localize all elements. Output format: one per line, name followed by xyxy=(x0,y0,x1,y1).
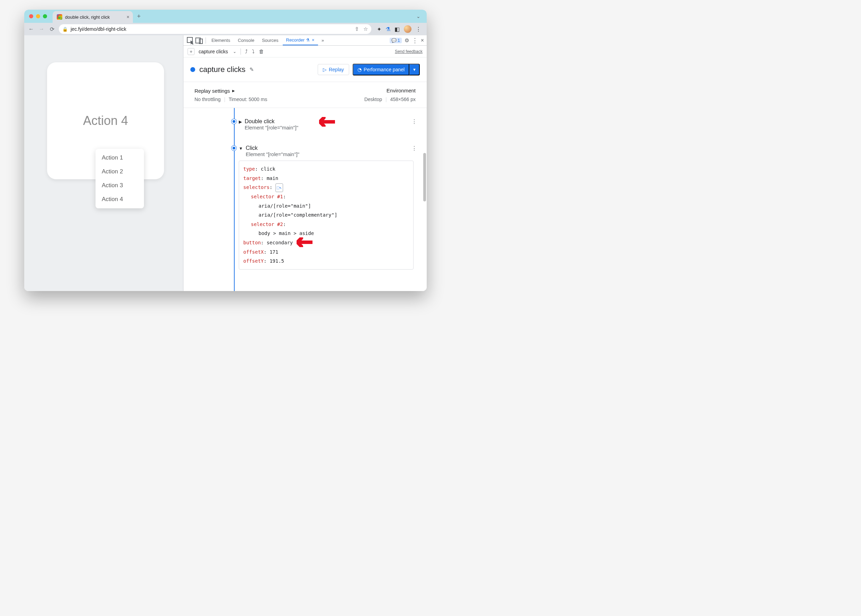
step-click[interactable]: ▼ Click Element "[role="main"]" ⋮ type: … xyxy=(239,142,422,272)
tab-recorder[interactable]: Recorder⚗ × xyxy=(283,35,318,46)
devtools-close-icon[interactable]: × xyxy=(421,38,424,44)
panel-icon[interactable]: ◧ xyxy=(394,26,400,33)
annotation-arrow-icon xyxy=(319,117,335,127)
content-area: Action 4 Action 1 Action 2 Action 3 Acti… xyxy=(24,35,427,291)
scrollbar[interactable] xyxy=(423,153,426,201)
traffic-lights xyxy=(29,14,47,18)
new-recording-button[interactable]: + xyxy=(188,48,195,55)
address-bar[interactable]: 🔒 jec.fyi/demo/dbl-right-click ⇧ ☆ xyxy=(59,24,371,34)
tabs-overflow-icon[interactable]: ⌄ xyxy=(416,14,422,19)
throttling-value: No throttling xyxy=(195,97,220,102)
favicon-icon: 🧩 xyxy=(57,14,62,20)
step-menu-icon[interactable]: ⋮ xyxy=(412,145,422,152)
step-name: Click xyxy=(246,145,299,151)
share-icon[interactable]: ⇧ xyxy=(355,26,359,32)
detail-offsety: offsetY: 191.5 xyxy=(243,256,409,266)
step-dot-icon xyxy=(233,147,235,149)
recording-title: capture clicks xyxy=(200,65,245,74)
inspect-icon[interactable] xyxy=(186,36,195,45)
detail-selector2: selector #2: xyxy=(243,220,409,229)
close-tab-icon[interactable]: × xyxy=(312,38,314,42)
recording-select-chevron[interactable]: ⌄ xyxy=(233,49,236,54)
collapse-icon[interactable]: ▼ xyxy=(239,146,243,151)
gauge-icon: ◔ xyxy=(357,67,361,72)
context-menu: Action 1 Action 2 Action 3 Action 4 xyxy=(96,149,144,208)
replay-button[interactable]: ▷ Replay xyxy=(318,64,349,75)
step-dot-icon xyxy=(233,120,235,123)
profile-avatar[interactable] xyxy=(404,25,412,33)
export-icon[interactable]: ⤴ xyxy=(245,49,248,54)
recording-select-label: capture clicks xyxy=(199,49,228,54)
tab-console[interactable]: Console xyxy=(234,35,258,46)
recorder-steps: ▶ Double click Element "[role="main"]" ⋮ xyxy=(184,108,427,291)
timeout-value: Timeout: 5000 ms xyxy=(229,97,267,102)
timeline-line xyxy=(234,108,235,291)
environment-label: Environment xyxy=(387,88,416,94)
more-tabs-icon[interactable]: » xyxy=(319,36,327,45)
play-icon: ▷ xyxy=(323,67,327,72)
delete-icon[interactable]: 🗑 xyxy=(259,49,264,54)
chat-icon: 💬 xyxy=(391,38,397,43)
menu-item-4[interactable]: Action 4 xyxy=(96,192,144,206)
maximize-window[interactable] xyxy=(43,14,47,18)
recording-indicator-icon xyxy=(190,67,195,72)
tab-title: double click, right click xyxy=(65,14,124,20)
import-icon[interactable]: ⤵ xyxy=(252,49,255,54)
tab-sources[interactable]: Sources xyxy=(259,35,282,46)
reload-button[interactable]: ⟳ xyxy=(49,26,55,33)
step-double-click[interactable]: ▶ Double click Element "[role="main"]" ⋮ xyxy=(239,116,422,133)
detail-selector1: selector #1: xyxy=(243,192,409,201)
detail-offsetx: offsetX: 171 xyxy=(243,247,409,257)
replay-settings-toggle[interactable]: Replay settings ▸ xyxy=(195,88,235,94)
expand-icon[interactable]: ▶ xyxy=(239,119,242,124)
issues-badge[interactable]: 💬1 xyxy=(390,38,402,43)
back-button[interactable]: ← xyxy=(28,26,35,32)
devtools-menu-icon[interactable]: ⋮ xyxy=(412,37,418,44)
bookmark-icon[interactable]: ☆ xyxy=(363,26,368,32)
step-element: Element "[role="main"]" xyxy=(246,151,299,157)
send-feedback-link[interactable]: Send feedback xyxy=(395,49,423,54)
device-toggle-icon[interactable] xyxy=(195,36,203,45)
devtools-panel: Elements Console Sources Recorder⚗ × » 💬… xyxy=(183,35,427,291)
device-value: Desktop xyxy=(365,97,382,102)
menu-item-1[interactable]: Action 1 xyxy=(96,151,144,165)
browser-menu-icon[interactable]: ⋮ xyxy=(416,26,421,33)
url-text: jec.fyi/demo/dbl-right-click xyxy=(71,26,126,32)
close-window[interactable] xyxy=(29,14,33,18)
edit-title-icon[interactable]: ✎ xyxy=(250,66,254,73)
chevron-right-icon: ▸ xyxy=(232,88,235,94)
selector-picker-icon[interactable]: ⬚↖ xyxy=(275,184,283,192)
detail-button: button: secondary xyxy=(243,238,409,247)
minimize-window[interactable] xyxy=(36,14,40,18)
menu-item-2[interactable]: Action 2 xyxy=(96,165,144,179)
performance-panel-button[interactable]: ◔ Performance panel xyxy=(353,64,409,75)
forward-button[interactable]: → xyxy=(38,26,45,32)
settings-icon[interactable]: ⚙ xyxy=(405,38,409,44)
tab-elements[interactable]: Elements xyxy=(208,35,234,46)
extensions-icon[interactable]: ✦ xyxy=(377,26,381,33)
step-name: Double click xyxy=(245,118,298,124)
rendered-page: Action 4 Action 1 Action 2 Action 3 Acti… xyxy=(24,35,183,291)
new-tab-button[interactable]: + xyxy=(137,13,141,20)
recorder-settings: Replay settings ▸ Environment No throttl… xyxy=(184,82,427,108)
browser-tab[interactable]: 🧩 double click, right click × xyxy=(53,11,133,23)
extensions: ✦ ⚗ ◧ ⋮ xyxy=(375,25,423,33)
menu-item-3[interactable]: Action 3 xyxy=(96,179,144,192)
card-title: Action 4 xyxy=(83,113,128,128)
step-menu-icon[interactable]: ⋮ xyxy=(412,118,422,125)
recording-header: capture clicks ✎ ▷ Replay ◔ Performance … xyxy=(184,57,427,82)
performance-dropdown[interactable]: ▼ xyxy=(409,64,420,75)
address-toolbar: ← → ⟳ 🔒 jec.fyi/demo/dbl-right-click ⇧ ☆… xyxy=(24,23,427,35)
devtools-tabs: Elements Console Sources Recorder⚗ × » 💬… xyxy=(184,35,427,46)
detail-target: target: main xyxy=(243,174,409,183)
flask-icon[interactable]: ⚗ xyxy=(385,26,390,33)
dimensions-value: 458×566 px xyxy=(390,97,416,102)
selector1-b: aria/[role="complementary"] xyxy=(243,211,409,220)
detail-selectors: selectors: ⬚↖ xyxy=(243,183,409,192)
lock-icon: 🔒 xyxy=(62,27,68,32)
recorder-toolbar: + capture clicks ⌄ ⤴ ⤵ 🗑 Send feedback xyxy=(184,46,427,57)
step-details: type: click target: main selectors: ⬚↖ s… xyxy=(239,160,413,270)
titlebar: 🧩 double click, right click × + ⌄ xyxy=(24,10,427,23)
detail-type: type: click xyxy=(243,164,409,174)
close-tab-icon[interactable]: × xyxy=(127,14,129,20)
